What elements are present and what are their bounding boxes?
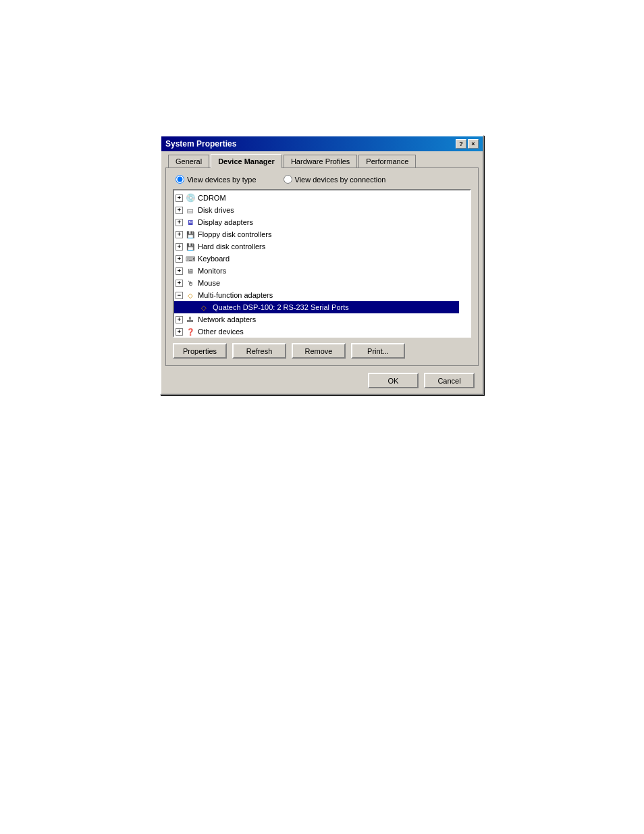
item-label: Hard disk controllers	[198, 242, 265, 251]
ok-cancel-row: OK Cancel	[165, 373, 479, 388]
expand-icon[interactable]: +	[176, 267, 183, 275]
expand-icon[interactable]: +	[176, 255, 183, 263]
network-icon: 🖧	[185, 314, 196, 325]
quatech-icon: ◇	[198, 302, 209, 313]
tab-performance[interactable]: Performance	[358, 155, 416, 168]
item-label: Multi-function adapters	[198, 291, 273, 299]
item-label: Disk drives	[198, 206, 234, 214]
list-item[interactable]: + ❓ Other devices	[174, 325, 459, 336]
multi-icon: ◇	[185, 290, 196, 301]
other-icon: ❓	[185, 326, 196, 336]
print-button[interactable]: Print...	[351, 343, 405, 359]
list-item[interactable]: + 💾 Floppy disk controllers	[174, 228, 459, 240]
close-button[interactable]: ×	[468, 139, 479, 149]
list-item[interactable]: + 🖴 Disk drives	[174, 204, 459, 216]
dialog-body: General Device Manager Hardware Profiles…	[161, 151, 483, 394]
cdrom-icon: 💿	[185, 192, 196, 203]
dialog-title: System Properties	[165, 139, 236, 149]
expand-icon[interactable]: −	[176, 292, 183, 299]
list-item[interactable]: ◇ Quatech DSP-100: 2 RS-232 Serial Ports	[174, 301, 459, 313]
ok-button[interactable]: OK	[368, 373, 419, 388]
expand-icon[interactable]: +	[176, 207, 183, 214]
tab-hardware-profiles[interactable]: Hardware Profiles	[284, 155, 357, 168]
tabs-row: General Device Manager Hardware Profiles…	[165, 154, 479, 168]
radio-row: View devices by type View devices by con…	[173, 175, 471, 184]
expand-icon[interactable]: +	[176, 243, 183, 251]
expand-icon[interactable]: +	[176, 328, 183, 336]
title-bar: System Properties ? ×	[161, 136, 483, 151]
list-item[interactable]: + 🖧 Network adapters	[174, 313, 459, 325]
expand-icon[interactable]: +	[176, 231, 183, 238]
list-item[interactable]: + 💿 CDROM	[174, 192, 459, 204]
item-label: Network adapters	[198, 315, 256, 323]
tab-device-manager[interactable]: Device Manager	[211, 154, 282, 168]
list-item[interactable]: + 💾 Hard disk controllers	[174, 240, 459, 253]
item-label: Quatech DSP-100: 2 RS-232 Serial Ports	[211, 303, 350, 312]
system-properties-dialog: System Properties ? × General Device Man…	[160, 135, 484, 395]
tab-general[interactable]: General	[168, 155, 209, 168]
display-icon: 🖥	[185, 217, 196, 228]
cancel-button[interactable]: Cancel	[424, 373, 475, 388]
list-item[interactable]: + ⌨ Keyboard	[174, 253, 459, 265]
expand-icon[interactable]: +	[176, 219, 183, 226]
monitor-icon: 🖥	[185, 265, 196, 276]
disk-icon: 🖴	[185, 205, 196, 215]
list-item[interactable]: + 🖥 Monitors	[174, 265, 459, 277]
expand-icon[interactable]: +	[176, 316, 183, 323]
item-label: Keyboard	[198, 255, 230, 263]
floppy-icon: 💾	[185, 229, 196, 240]
help-button[interactable]: ?	[456, 139, 466, 149]
item-label: Other devices	[198, 328, 244, 336]
item-label: CDROM	[198, 194, 226, 202]
title-bar-buttons: ? ×	[456, 139, 479, 149]
list-item[interactable]: + 🖱 Mouse	[174, 277, 459, 289]
list-item[interactable]: − ◇ Multi-function adapters	[174, 289, 459, 301]
item-label: Display adapters	[198, 218, 253, 226]
expand-icon[interactable]: +	[176, 194, 183, 202]
tab-content: View devices by type View devices by con…	[165, 167, 479, 366]
refresh-button[interactable]: Refresh	[232, 343, 286, 359]
radio-by-connection[interactable]: View devices by connection	[284, 175, 386, 184]
keyboard-icon: ⌨	[185, 253, 196, 264]
properties-button[interactable]: Properties	[173, 343, 227, 359]
item-label: Monitors	[198, 267, 226, 275]
item-label: Floppy disk controllers	[198, 230, 271, 238]
device-buttons-row: Properties Refresh Remove Print...	[173, 343, 471, 359]
harddisk-icon: 💾	[185, 241, 196, 252]
radio-by-type[interactable]: View devices by type	[176, 175, 257, 184]
list-item[interactable]: + 🖥 Display adapters	[174, 216, 459, 228]
mouse-icon: 🖱	[185, 278, 196, 288]
device-tree[interactable]: + 💿 CDROM + 🖴 Disk drives +	[174, 190, 459, 336]
item-label: Mouse	[198, 279, 220, 287]
remove-button[interactable]: Remove	[292, 343, 346, 359]
device-tree-container: + 💿 CDROM + 🖴 Disk drives +	[173, 189, 471, 338]
expand-icon[interactable]: +	[176, 280, 183, 287]
